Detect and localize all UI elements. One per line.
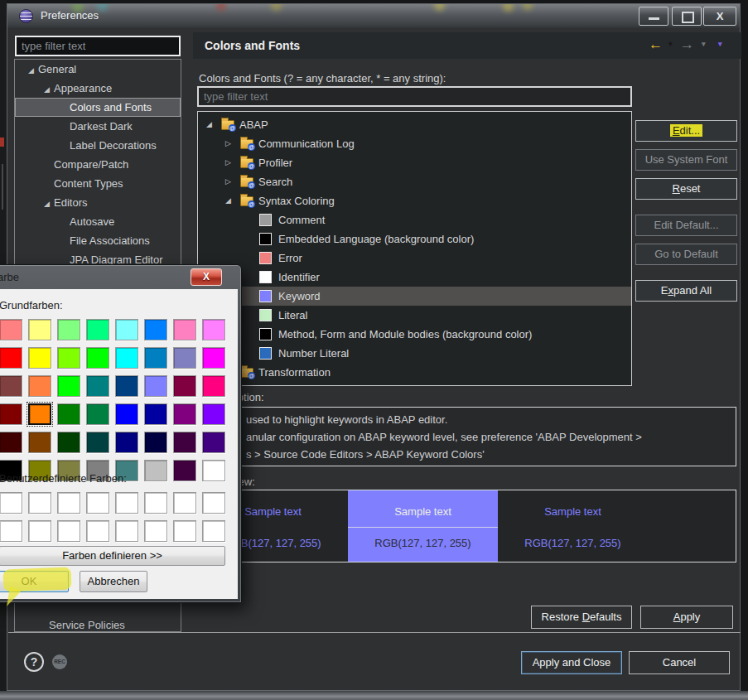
basic-color-swatch[interactable] [173,347,196,369]
basic-color-swatch[interactable] [57,347,80,369]
expanded-arrow-icon[interactable]: ◢ [206,115,221,134]
custom-color-swatch[interactable] [115,520,138,542]
basic-color-swatch[interactable] [144,347,167,369]
custom-color-swatch[interactable] [173,492,196,514]
custom-color-swatch[interactable] [86,520,109,542]
sidebar-item-colors-and-fonts[interactable]: Colors and Fonts [15,98,181,117]
basic-color-swatch[interactable] [144,460,167,481]
back-history-caret-icon[interactable]: ▾ [668,40,673,48]
custom-color-swatch[interactable] [173,520,196,542]
expand-all-button[interactable]: Expand All [635,280,737,302]
basic-color-swatch[interactable] [115,319,138,340]
edit-button[interactable]: Edit... [635,120,737,142]
basic-color-swatch[interactable] [144,319,167,340]
basic-color-swatch[interactable] [115,375,138,397]
dialog-cancel-button[interactable]: Abbrechen [80,571,147,592]
custom-color-swatch[interactable] [28,520,51,542]
tree-row-error[interactable]: Error [198,249,631,268]
basic-color-swatch[interactable] [86,375,109,397]
basic-color-swatch[interactable] [202,375,225,397]
basic-color-swatch[interactable] [0,403,22,425]
basic-color-swatch[interactable] [173,403,196,425]
tree-row-literal[interactable]: Literal [198,306,631,325]
selected-basic-color-swatch[interactable] [28,403,51,425]
cancel-button[interactable]: Cancel [629,651,730,674]
basic-color-swatch[interactable] [144,432,167,453]
basic-color-swatch[interactable] [173,432,196,453]
sidebar-item-content-types[interactable]: Content Types [15,174,181,193]
basic-color-swatch[interactable] [202,319,225,340]
basic-color-swatch[interactable] [0,432,22,453]
custom-color-swatch[interactable] [202,492,225,514]
tree-row-abap[interactable]: ◢@ABAP [198,115,631,134]
expanded-arrow-icon[interactable]: ◢ [225,191,240,210]
tree-row-embedded-language-background-color-[interactable]: Embedded Language (background color) [198,229,631,249]
define-colors-button[interactable]: Farben definieren >> [0,546,225,566]
tree-row-profiler[interactable]: ▷@Profiler [198,153,631,172]
sidebar-item-autosave[interactable]: Autosave [15,212,181,231]
tree-row-keyword[interactable]: Keyword [198,287,631,306]
tree-row-identifier[interactable]: Identifier [198,268,631,287]
sidebar-filter-input[interactable] [15,36,181,56]
basic-color-swatch[interactable] [57,432,80,453]
sidebar-item-darkest-dark[interactable]: Darkest Dark [15,117,181,136]
view-menu-caret-icon[interactable]: ▾ [718,40,722,48]
minimize-button[interactable] [639,7,668,26]
basic-color-swatch[interactable] [86,403,109,425]
basic-color-swatch[interactable] [86,347,109,369]
close-button[interactable]: X [703,7,736,26]
custom-color-swatch[interactable] [57,492,80,514]
expanded-arrow-icon[interactable]: ◢ [40,80,54,99]
tree-row-number-literal[interactable]: Number Literal [198,344,631,363]
colors-filter-input[interactable] [197,86,632,107]
basic-color-swatch[interactable] [57,319,80,340]
custom-color-swatch[interactable] [202,520,225,542]
basic-color-swatch[interactable] [28,432,51,453]
apply-button[interactable]: Apply [640,606,733,629]
reset-button[interactable]: Reset [635,178,737,200]
custom-color-swatch[interactable] [115,492,138,514]
tree-row-method-form-and-module-bodies-background[interactable]: Method, Form and Module bodies (backgrou… [198,325,631,344]
custom-color-swatch[interactable] [28,492,51,514]
basic-color-swatch[interactable] [144,403,167,425]
collapsed-arrow-icon[interactable]: ▷ [225,134,240,153]
tree-row-comment[interactable]: Comment [198,210,631,229]
collapsed-arrow-icon[interactable]: ▷ [225,153,240,172]
basic-color-swatch[interactable] [28,375,51,397]
basic-color-swatch[interactable] [173,375,196,397]
sidebar-item-file-associations[interactable]: File Associations [15,231,181,250]
basic-color-swatch[interactable] [115,347,138,369]
tree-row-communication-log[interactable]: ▷@Communication Log [198,134,631,153]
tree-row-syntax-coloring[interactable]: ◢@Syntax Coloring [198,191,631,210]
collapsed-arrow-icon[interactable]: ▷ [225,172,240,191]
custom-color-swatch[interactable] [144,492,167,514]
dialog-close-button[interactable]: X [191,268,222,286]
basic-color-swatch[interactable] [0,319,22,340]
expanded-arrow-icon[interactable]: ◢ [40,195,54,214]
basic-color-swatch[interactable] [202,403,225,425]
basic-color-swatch[interactable] [173,319,196,340]
help-icon[interactable]: ? [24,652,44,672]
basic-color-swatch[interactable] [28,319,51,340]
basic-color-swatch[interactable] [202,460,225,481]
sidebar-item-appearance[interactable]: ◢Appearance [15,79,181,98]
expanded-arrow-icon[interactable]: ◢ [24,61,38,80]
basic-color-swatch[interactable] [173,460,196,481]
basic-color-swatch[interactable] [57,375,80,397]
basic-color-swatch[interactable] [0,375,22,397]
basic-color-swatch[interactable] [115,403,138,425]
sidebar-item-editors[interactable]: ◢Editors [15,193,181,212]
back-arrow-icon[interactable]: ← [649,36,663,53]
basic-color-swatch[interactable] [144,375,167,397]
sidebar-item-label-decorations[interactable]: Label Decorations [15,136,181,155]
custom-color-swatch[interactable] [0,492,22,514]
basic-color-swatch[interactable] [57,403,80,425]
tree-row-transformation[interactable]: @Transformation [198,363,631,382]
custom-color-swatch[interactable] [0,520,22,542]
basic-color-swatch[interactable] [86,319,109,340]
restore-defaults-button[interactable]: Restore Defaults [531,606,632,629]
custom-color-swatch[interactable] [86,492,109,514]
basic-color-swatch[interactable] [202,347,225,369]
sidebar-item-general[interactable]: ◢General [15,60,181,79]
basic-color-swatch[interactable] [115,432,138,453]
